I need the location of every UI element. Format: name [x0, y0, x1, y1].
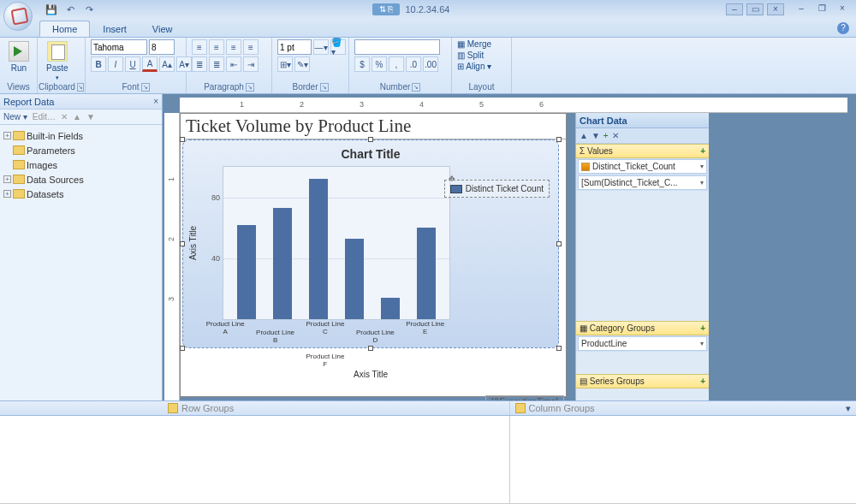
chart-plot[interactable]: 80 40 [223, 166, 450, 320]
reportdata-close-icon[interactable]: × [153, 97, 158, 106]
chart-legend[interactable]: Distinct Ticket Count [444, 180, 550, 198]
x-axis-title[interactable]: Axis Title [188, 370, 553, 379]
chartdata-add-icon[interactable]: + [603, 131, 609, 140]
comma-button[interactable]: , [389, 56, 404, 72]
reportdata-new-button[interactable]: New ▾ [3, 112, 27, 122]
play-icon [9, 41, 29, 62]
decrease-indent-button[interactable]: ⇤ [226, 56, 241, 72]
increase-decimal-button[interactable]: .0 [406, 56, 421, 72]
save-button[interactable]: 💾 [45, 3, 58, 16]
design-surface[interactable]: Ticket Volume by Product Line Chart Titl… [180, 113, 567, 397]
y-axis-title[interactable]: Axis Title [188, 166, 200, 320]
merge-button[interactable]: ▦ Merge [457, 39, 491, 49]
legend-swatch [450, 185, 462, 193]
category-section-label: Category Groups [590, 323, 655, 333]
border-width-select[interactable] [277, 39, 312, 55]
outer-close-button[interactable]: × [834, 3, 851, 15]
reportdata-delete-icon: ✕ [61, 112, 68, 122]
xtick-label: Product Line D [354, 329, 396, 344]
grow-font-button[interactable]: A▴ [159, 56, 175, 72]
series-section-label: Series Groups [590, 377, 645, 386]
tab-home[interactable]: Home [39, 21, 90, 37]
legend-label: Distinct Ticket Count [466, 184, 544, 193]
align-button[interactable]: ⊞ Align ▾ [457, 62, 491, 71]
ruler-vertical: 123 [164, 113, 180, 400]
bar[interactable] [417, 228, 436, 319]
number-format-select[interactable] [354, 39, 440, 55]
chart-title[interactable]: Chart Title [188, 147, 553, 161]
increase-indent-button[interactable]: ⇥ [243, 56, 259, 72]
bullets-button[interactable]: ≣ [192, 56, 207, 72]
align-right-button[interactable]: ≡ [226, 39, 241, 55]
fill-color-button[interactable]: 🪣▾ [330, 39, 346, 55]
outer-minimize-button[interactable]: – [793, 3, 810, 15]
font-launcher[interactable]: ↘ [141, 83, 150, 92]
app-menu-button[interactable] [3, 2, 33, 31]
colgroups-panel[interactable] [510, 416, 857, 503]
help-icon[interactable]: ? [837, 22, 849, 34]
bar[interactable] [345, 239, 364, 319]
font-color-button[interactable]: A [142, 56, 158, 72]
tree-item-images[interactable]: Images [3, 157, 158, 172]
chartdata-moveup-icon[interactable]: ▲ [580, 131, 588, 140]
tab-insert[interactable]: Insert [90, 21, 140, 37]
percent-button[interactable]: % [372, 56, 387, 72]
restore-button[interactable]: ▭ [746, 3, 764, 15]
bar-icon [581, 163, 590, 171]
values-add-icon[interactable]: + [700, 146, 705, 156]
report-title[interactable]: Ticket Volume by Product Line [181, 114, 566, 139]
tree-item-datasources[interactable]: +Data Sources [3, 172, 158, 187]
xtick-label: Product Line B [254, 329, 297, 344]
close-button[interactable]: × [767, 3, 784, 15]
border-color-button[interactable]: ✎▾ [294, 56, 310, 72]
bar[interactable] [309, 179, 328, 319]
align-center-button[interactable]: ≡ [209, 39, 224, 55]
execution-time-field[interactable]: [&ExecutionTime] [485, 395, 564, 400]
paste-button[interactable]: Paste▾ [43, 39, 72, 83]
category-field-productline[interactable]: ProductLine▾ [578, 336, 707, 351]
minimize-button[interactable]: – [726, 3, 743, 15]
bar[interactable] [237, 225, 256, 319]
paragraph-launcher[interactable]: ↘ [246, 83, 254, 92]
category-add-icon[interactable]: + [700, 323, 705, 333]
undo-button[interactable]: ↶ [63, 3, 77, 16]
tab-view[interactable]: View [140, 21, 186, 37]
outer-restore-button[interactable]: ❐ [813, 3, 830, 15]
numbering-button[interactable]: ≣ [209, 56, 224, 72]
justify-button[interactable]: ≡ [243, 39, 259, 55]
tree-item-datasets[interactable]: +Datasets [3, 187, 158, 201]
value-field-sum[interactable]: [Sum(Distinct_Ticket_C...▾ [578, 175, 707, 190]
bold-button[interactable]: B [91, 56, 106, 72]
italic-button[interactable]: I [108, 56, 123, 72]
xtick-label: Product Line F [304, 353, 347, 368]
border-preset-button[interactable]: ⊞▾ [277, 56, 293, 72]
bar[interactable] [273, 208, 292, 319]
font-family-select[interactable] [91, 39, 147, 55]
redo-button[interactable]: ↷ [82, 3, 96, 16]
value-field-distinct[interactable]: Distinct_Ticket_Count▾ [578, 159, 707, 174]
currency-button[interactable]: $ [354, 56, 370, 72]
clipboard-launcher[interactable]: ↘ [77, 83, 84, 92]
split-button[interactable]: ▥ Split [457, 50, 484, 60]
number-launcher[interactable]: ↘ [412, 83, 420, 92]
tree-item-builtin[interactable]: +Built-in Fields [3, 128, 158, 143]
group-clipboard-label: Clipboard [39, 82, 75, 92]
group-layout-label: Layout [457, 82, 506, 92]
underline-button[interactable]: U [125, 56, 140, 72]
border-launcher[interactable]: ↘ [320, 83, 329, 92]
chartdata-movedown-icon[interactable]: ▼ [591, 131, 600, 140]
groups-menu-icon[interactable]: ▾ [846, 403, 851, 414]
run-button[interactable]: Run [5, 39, 33, 74]
decrease-decimal-button[interactable]: .00 [423, 56, 438, 72]
series-add-icon[interactable]: + [700, 377, 705, 386]
bar[interactable] [381, 298, 400, 319]
border-style-button[interactable]: —▾ [313, 39, 329, 55]
chart-region[interactable]: Chart Title Axis Title 80 40 Product Lin… [182, 139, 559, 348]
ytick-label: 80 [203, 193, 220, 202]
tree-item-parameters[interactable]: Parameters [3, 143, 158, 157]
align-left-button[interactable]: ≡ [192, 39, 207, 55]
font-size-select[interactable] [149, 39, 175, 55]
chartdata-delete-icon[interactable]: ✕ [612, 131, 619, 140]
group-number-label: Number [380, 82, 411, 92]
rowgroups-panel[interactable] [163, 416, 510, 503]
